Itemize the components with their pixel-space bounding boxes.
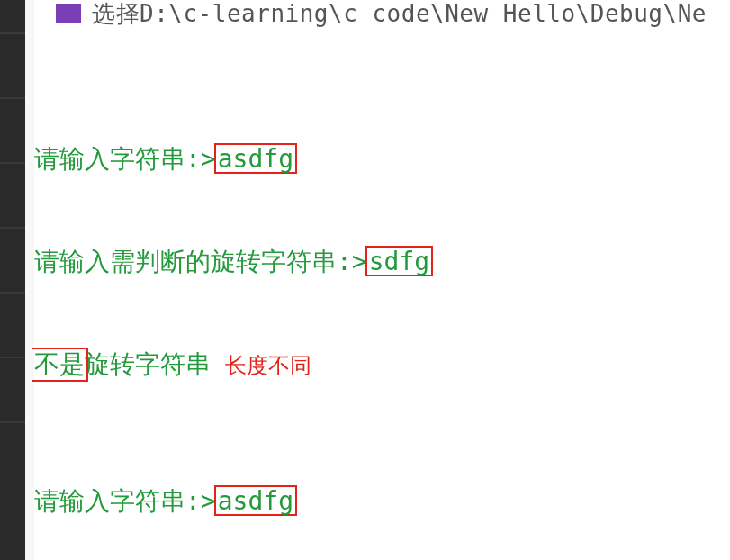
editor-gutter [0, 0, 25, 560]
editor-thin-column [25, 0, 34, 560]
user-input-highlight: sdfg [365, 246, 433, 276]
window-title-bar: 选择D:\c-learning\c code\New Hello\Debug\N… [34, 0, 707, 27]
console-line: 请输入字符串:>asdfg [34, 484, 446, 519]
prompt-input-string: 请输入字符串:> [34, 486, 216, 516]
console-line: 请输入需判断的旋转字符串:>sdfg [34, 245, 446, 279]
prompt-input-string: 请输入字符串:> [34, 144, 216, 174]
console-output: 请输入字符串:>asdfg 请输入需判断的旋转字符串:>sdfg 不是旋转字符串… [34, 40, 446, 560]
app-icon [56, 4, 81, 23]
console-line: 请输入字符串:>asdfg [34, 142, 446, 176]
user-input-highlight: asdfg [214, 143, 297, 174]
console-line: 不是旋转字符串长度不同 [34, 348, 446, 382]
result-not-rotated: 不是旋转字符串 [34, 349, 211, 379]
user-input-highlight: asdfg [214, 485, 297, 516]
prompt-input-rotated: 请输入需判断的旋转字符串:> [34, 247, 367, 276]
annotation-length-diff: 长度不同 [225, 353, 311, 378]
window-title: 选择D:\c-learning\c code\New Hello\Debug\N… [92, 0, 707, 30]
